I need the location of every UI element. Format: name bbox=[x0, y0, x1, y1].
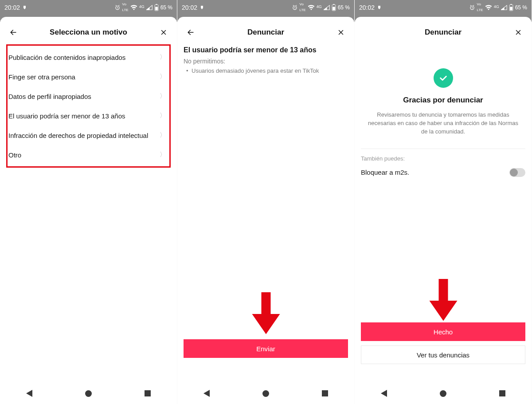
status-time: 20:02 bbox=[4, 4, 20, 11]
tab-curve bbox=[177, 15, 354, 22]
notification-icon bbox=[23, 5, 28, 10]
report-bullet: Usuarios demasiado jóvenes para estar en… bbox=[184, 67, 348, 74]
chevron-right-icon: 〉 bbox=[160, 92, 166, 100]
app-header: Selecciona un motivo bbox=[0, 22, 177, 43]
annotation-arrow-icon bbox=[250, 292, 282, 336]
thanks-body: Revisaremos tu denuncia y tomaremos las … bbox=[361, 111, 525, 136]
alarm-icon bbox=[292, 4, 298, 11]
svg-rect-7 bbox=[332, 7, 335, 10]
signal-icon bbox=[146, 5, 153, 10]
back-button-placeholder bbox=[362, 26, 374, 39]
done-label: Hecho bbox=[434, 328, 453, 336]
chevron-right-icon: 〉 bbox=[160, 73, 166, 81]
back-button[interactable] bbox=[7, 26, 20, 39]
page-title: Selecciona un motivo bbox=[20, 28, 157, 37]
chevron-right-icon: 〉 bbox=[160, 53, 166, 61]
app-header: Denunciar bbox=[177, 22, 354, 43]
status-bar: 20:02 VoLTE 4G 65 % bbox=[177, 0, 354, 15]
reason-label: Finge ser otra persona bbox=[8, 73, 75, 81]
svg-rect-2 bbox=[156, 4, 157, 5]
content-area: Gracias por denunciar Revisaremos tu den… bbox=[355, 43, 532, 383]
battery-percent: 65 % bbox=[338, 4, 350, 11]
nav-back-icon[interactable] bbox=[381, 390, 387, 397]
reason-label: El usuario podría ser menor de 13 años bbox=[8, 112, 125, 120]
battery-percent: 65 % bbox=[515, 4, 527, 11]
signal-icon bbox=[501, 5, 507, 10]
wifi-icon bbox=[308, 5, 315, 10]
page-title: Denunciar bbox=[374, 28, 512, 37]
tab-curve bbox=[355, 15, 532, 22]
app-header: Denunciar bbox=[355, 22, 532, 43]
battery-percent: 65 % bbox=[160, 4, 172, 11]
nav-home-icon[interactable] bbox=[85, 390, 92, 397]
reason-item[interactable]: Datos de perfil inapropiados 〉 bbox=[8, 86, 169, 106]
chevron-right-icon: 〉 bbox=[160, 112, 166, 120]
nav-recent-icon[interactable] bbox=[499, 390, 505, 396]
success-check-icon bbox=[434, 68, 453, 88]
report-heading: El usuario podría ser menor de 13 años bbox=[184, 44, 348, 58]
network-label: VoLTE bbox=[300, 3, 306, 12]
block-user-label: Bloquear a m2s. bbox=[361, 169, 409, 176]
close-button[interactable] bbox=[335, 26, 347, 39]
wifi-icon bbox=[485, 5, 492, 10]
content-area: El usuario podría ser menor de 13 años N… bbox=[177, 43, 354, 383]
status-time: 20:02 bbox=[182, 4, 197, 11]
reason-item[interactable]: Finge ser otra persona 〉 bbox=[8, 67, 169, 86]
reason-label: Publicación de contenidos inapropiados bbox=[8, 54, 125, 61]
submit-button[interactable]: Enviar bbox=[184, 339, 348, 358]
network-label: VoLTE bbox=[477, 3, 483, 12]
view-reports-button[interactable]: Ver tus denuncias bbox=[361, 345, 525, 364]
reason-label: Otro bbox=[8, 151, 21, 159]
status-bar: 20:02 VoLTE 4G 65 % bbox=[355, 0, 532, 15]
svg-rect-10 bbox=[510, 4, 512, 5]
status-bar: 20:02 VoLTE 4G 65 % bbox=[0, 0, 177, 15]
tab-curve bbox=[0, 15, 177, 22]
thanks-heading: Gracias por denunciar bbox=[361, 96, 525, 105]
signal-icon bbox=[324, 5, 330, 10]
nav-back-icon[interactable] bbox=[26, 390, 32, 397]
network-4g: 4G bbox=[494, 4, 499, 9]
network-4g: 4G bbox=[317, 4, 322, 9]
annotation-arrow-icon bbox=[428, 279, 459, 322]
block-toggle[interactable] bbox=[509, 168, 525, 177]
content-area: Publicación de contenidos inapropiados 〉… bbox=[0, 43, 177, 383]
network-4g: 4G bbox=[139, 4, 145, 9]
status-time: 20:02 bbox=[359, 4, 375, 11]
reason-item[interactable]: Otro 〉 bbox=[8, 145, 169, 165]
view-reports-label: Ver tus denuncias bbox=[417, 351, 469, 359]
done-button[interactable]: Hecho bbox=[361, 322, 525, 341]
alarm-icon bbox=[469, 4, 475, 11]
wifi-icon bbox=[130, 5, 137, 10]
reason-item[interactable]: Infracción de derechos de propiedad inte… bbox=[8, 126, 169, 145]
block-user-row[interactable]: Bloquear a m2s. bbox=[361, 168, 525, 177]
chevron-right-icon: 〉 bbox=[160, 131, 166, 139]
battery-icon bbox=[154, 4, 159, 11]
reason-item[interactable]: El usuario podría ser menor de 13 años 〉 bbox=[8, 106, 169, 126]
button-area: Hecho Ver tus denuncias bbox=[361, 322, 525, 364]
android-nav-bar bbox=[0, 383, 177, 404]
button-area: Enviar bbox=[184, 339, 348, 358]
reason-list-highlight: Publicación de contenidos inapropiados 〉… bbox=[6, 44, 171, 168]
nav-recent-icon[interactable] bbox=[322, 390, 328, 396]
also-label: También puedes: bbox=[361, 155, 525, 162]
reason-label: Infracción de derechos de propiedad inte… bbox=[8, 132, 148, 139]
report-subtitle: No permitimos: bbox=[184, 58, 348, 65]
network-label: VoLTE bbox=[122, 3, 129, 12]
close-button[interactable] bbox=[512, 26, 524, 39]
alarm-icon bbox=[114, 4, 121, 11]
battery-icon bbox=[509, 4, 513, 11]
nav-home-icon[interactable] bbox=[440, 390, 446, 397]
nav-home-icon[interactable] bbox=[262, 390, 269, 397]
page-title: Denunciar bbox=[197, 28, 335, 37]
close-button[interactable] bbox=[157, 26, 170, 39]
divider bbox=[361, 149, 525, 149]
svg-rect-3 bbox=[155, 7, 158, 10]
submit-label: Enviar bbox=[256, 345, 275, 353]
phone-screen-2: 20:02 VoLTE 4G 65 % D bbox=[177, 0, 355, 404]
reason-item[interactable]: Publicación de contenidos inapropiados 〉 bbox=[8, 47, 169, 67]
android-nav-bar bbox=[177, 383, 354, 404]
phone-screen-1: 20:02 VoLTE 4G 65 % S bbox=[0, 0, 177, 404]
nav-back-icon[interactable] bbox=[203, 390, 210, 397]
nav-recent-icon[interactable] bbox=[145, 390, 151, 396]
back-button[interactable] bbox=[184, 26, 197, 39]
